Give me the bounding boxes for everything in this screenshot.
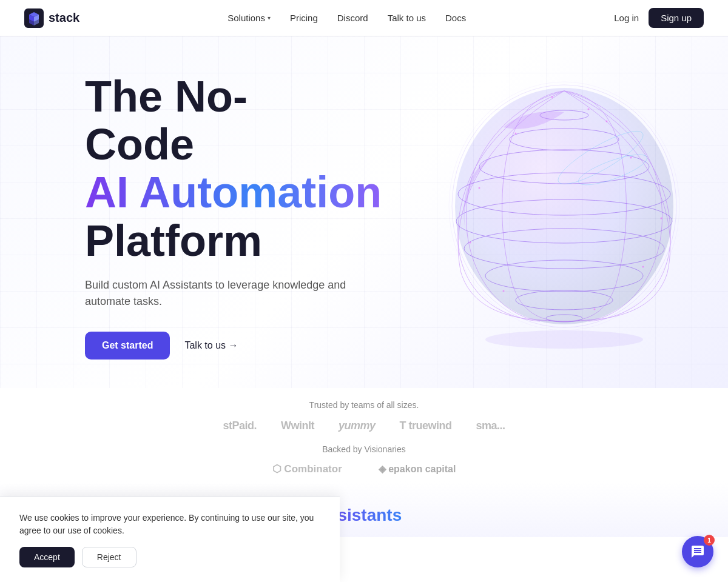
svg-point-13 bbox=[630, 157, 632, 159]
cookie-banner: We use cookies to improve your experienc… bbox=[0, 497, 340, 582]
get-started-button[interactable]: Get started bbox=[85, 332, 170, 360]
signup-button[interactable]: Sign up bbox=[649, 8, 704, 28]
trusted-section: Trusted by teams of all sizes. stPaid. W… bbox=[0, 388, 728, 438]
nav-talk[interactable]: Talk to us bbox=[388, 13, 426, 23]
backed-label: Backed by Visionaries bbox=[24, 444, 704, 454]
logo-yummy: yummy bbox=[339, 420, 376, 432]
login-button[interactable]: Log in bbox=[614, 13, 639, 23]
nav-links: Solutions ▾ Pricing Discord Talk to us D… bbox=[228, 13, 466, 23]
svg-point-26 bbox=[485, 330, 643, 349]
svg-point-18 bbox=[503, 290, 505, 292]
nav-docs[interactable]: Docs bbox=[445, 13, 466, 23]
svg-point-12 bbox=[588, 109, 590, 110]
logo-truewind: T truewind bbox=[400, 420, 452, 432]
svg-point-1 bbox=[455, 88, 673, 324]
backer-epakon: ◈ epakon capital bbox=[379, 463, 456, 475]
reject-button[interactable]: Reject bbox=[82, 547, 136, 567]
talk-to-us-button[interactable]: Talk to us → bbox=[184, 340, 238, 351]
hero-buttons: Get started Talk to us → bbox=[85, 332, 425, 360]
nav-actions: Log in Sign up bbox=[614, 8, 704, 28]
company-logos-row: stPaid. WwinIt yummy T truewind sma... bbox=[24, 420, 704, 432]
logo-justpaid: stPaid. bbox=[223, 420, 257, 432]
accept-button[interactable]: Accept bbox=[19, 547, 75, 567]
hero-section: The No- Code AI Automation Platform Buil… bbox=[0, 36, 728, 388]
logo[interactable]: stack bbox=[24, 8, 79, 28]
svg-point-11 bbox=[515, 133, 517, 135]
navbar: stack Solutions ▾ Pricing Discord Talk t… bbox=[0, 0, 728, 36]
backers-row: ⬡ Combinator ◈ epakon capital bbox=[24, 463, 704, 475]
hero-title-line2: Code bbox=[85, 121, 425, 169]
logo-winit: WwinIt bbox=[281, 420, 314, 432]
hero-title-line1: The No- bbox=[85, 73, 425, 121]
svg-point-17 bbox=[642, 266, 644, 268]
hero-content: The No- Code AI Automation Platform Buil… bbox=[85, 73, 425, 360]
nav-solutions[interactable]: Solutions ▾ bbox=[228, 13, 271, 23]
blob-sphere bbox=[413, 55, 716, 358]
cookie-buttons: Accept Reject bbox=[19, 547, 320, 567]
svg-point-15 bbox=[661, 218, 662, 219]
chat-icon bbox=[690, 544, 705, 559]
hero-title-gradient: AI Automation bbox=[85, 169, 425, 216]
logo-icon bbox=[24, 8, 44, 28]
cookie-text: We use cookies to improve your experienc… bbox=[19, 512, 320, 537]
chat-badge: 1 bbox=[704, 535, 715, 546]
svg-point-21 bbox=[606, 121, 608, 122]
svg-point-14 bbox=[479, 187, 480, 189]
svg-point-20 bbox=[551, 96, 553, 98]
hero-title-platform: Platform bbox=[85, 217, 425, 265]
nav-discord[interactable]: Discord bbox=[337, 13, 368, 23]
chevron-down-icon: ▾ bbox=[268, 15, 271, 21]
chat-bubble[interactable]: 1 bbox=[682, 536, 713, 567]
nav-pricing[interactable]: Pricing bbox=[290, 13, 318, 23]
logo-smart: sma... bbox=[476, 420, 505, 432]
trusted-label: Trusted by teams of all sizes. bbox=[24, 400, 704, 410]
hero-visual bbox=[413, 55, 716, 358]
svg-point-16 bbox=[470, 242, 471, 244]
backed-section: Backed by Visionaries ⬡ Combinator ◈ epa… bbox=[0, 438, 728, 481]
backer-ycombinator: ⬡ Combinator bbox=[272, 463, 342, 475]
hero-subtitle: Build custom AI Assistants to leverage k… bbox=[85, 277, 352, 310]
svg-point-19 bbox=[594, 309, 596, 310]
